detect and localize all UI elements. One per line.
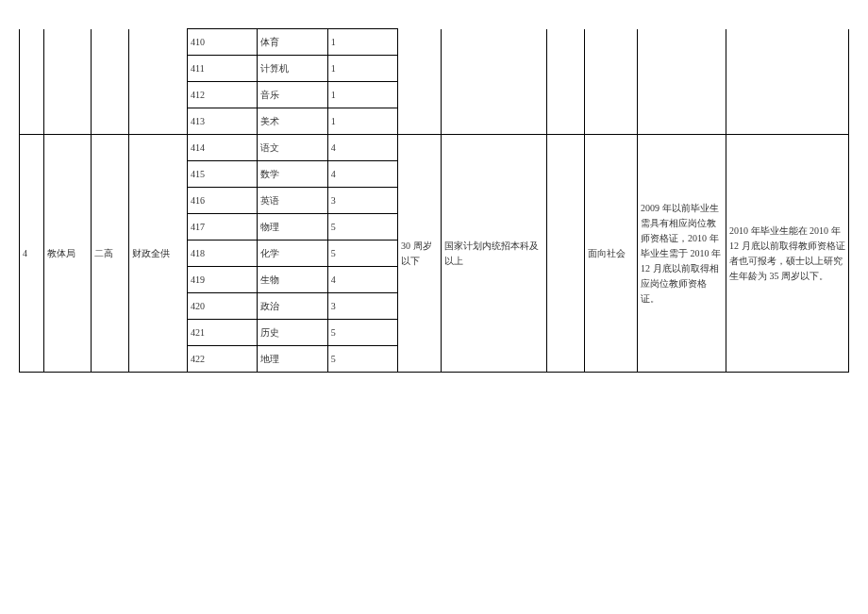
- cell-code: 418: [188, 241, 258, 267]
- cell-subject: 数学: [258, 161, 327, 188]
- cell-subject: 生物: [258, 267, 327, 293]
- cell-age-cont: [398, 29, 442, 135]
- cell-code: 414: [188, 135, 258, 161]
- cell-count: 1: [327, 56, 397, 82]
- table-row: 410 体育 1: [20, 29, 849, 56]
- cell-count: 3: [327, 293, 397, 320]
- cell-count: 4: [327, 267, 397, 293]
- cell-count: 1: [327, 29, 397, 56]
- cell-scope-cont: [585, 29, 638, 135]
- cell-code: 411: [188, 56, 258, 82]
- cell-dept-cont: [44, 29, 92, 135]
- cell-subject: 美术: [258, 108, 327, 135]
- cell-code: 410: [188, 29, 258, 56]
- cell-note: 2010 年毕业生能在 2010 年 12 月底以前取得教师资格证者也可报考，硕…: [726, 135, 849, 373]
- cell-count: 5: [327, 241, 397, 267]
- cell-subject: 历史: [258, 320, 327, 346]
- cell-edu-cont: [442, 29, 547, 135]
- cell-finance: 财政全供: [129, 135, 188, 373]
- cell-subject: 政治: [258, 293, 327, 320]
- cell-dept: 教体局: [44, 135, 92, 373]
- cell-unit-cont: [92, 29, 129, 135]
- cell-count: 5: [327, 320, 397, 346]
- cell-age: 30 周岁以下: [398, 135, 442, 373]
- cell-count: 1: [327, 82, 397, 108]
- cell-subject: 地理: [258, 346, 327, 373]
- cell-subject: 计算机: [258, 56, 327, 82]
- recruitment-table: 410 体育 1 411 计算机 1 412 音乐 1 413: [19, 28, 849, 373]
- cell-count: 1: [327, 108, 397, 135]
- cell-code: 422: [188, 346, 258, 373]
- cell-edu: 国家计划内统招本科及以上: [442, 135, 547, 373]
- cell-empty-cont: [547, 29, 585, 135]
- cell-req-cont: [638, 29, 726, 135]
- cell-subject: 英语: [258, 188, 327, 214]
- cell-code: 421: [188, 320, 258, 346]
- cell-subject: 体育: [258, 29, 327, 56]
- cell-count: 5: [327, 214, 397, 241]
- cell-subject: 音乐: [258, 82, 327, 108]
- cell-finance-cont: [129, 29, 188, 135]
- cell-count: 4: [327, 161, 397, 188]
- cell-code: 419: [188, 267, 258, 293]
- cell-code: 417: [188, 214, 258, 241]
- cell-code: 416: [188, 188, 258, 214]
- table-row: 4 教体局 二高 财政全供 414 语文 4 30 周岁以下 国家计划内统招本科…: [20, 135, 849, 161]
- cell-seq-cont: [20, 29, 44, 135]
- cell-count: 3: [327, 188, 397, 214]
- cell-req: 2009 年以前毕业生需具有相应岗位教师资格证，2010 年毕业生需于 2010…: [638, 135, 726, 373]
- cell-subject: 物理: [258, 214, 327, 241]
- cell-note-cont: [726, 29, 849, 135]
- document-table-wrap: 410 体育 1 411 计算机 1 412 音乐 1 413: [0, 0, 868, 401]
- cell-code: 413: [188, 108, 258, 135]
- cell-subject: 语文: [258, 135, 327, 161]
- cell-seq: 4: [20, 135, 44, 373]
- cell-scope: 面向社会: [585, 135, 638, 373]
- cell-count: 4: [327, 135, 397, 161]
- cell-count: 5: [327, 346, 397, 373]
- cell-code: 415: [188, 161, 258, 188]
- cell-subject: 化学: [258, 241, 327, 267]
- cell-code: 412: [188, 82, 258, 108]
- cell-unit: 二高: [92, 135, 129, 373]
- cell-empty: [547, 135, 585, 373]
- cell-code: 420: [188, 293, 258, 320]
